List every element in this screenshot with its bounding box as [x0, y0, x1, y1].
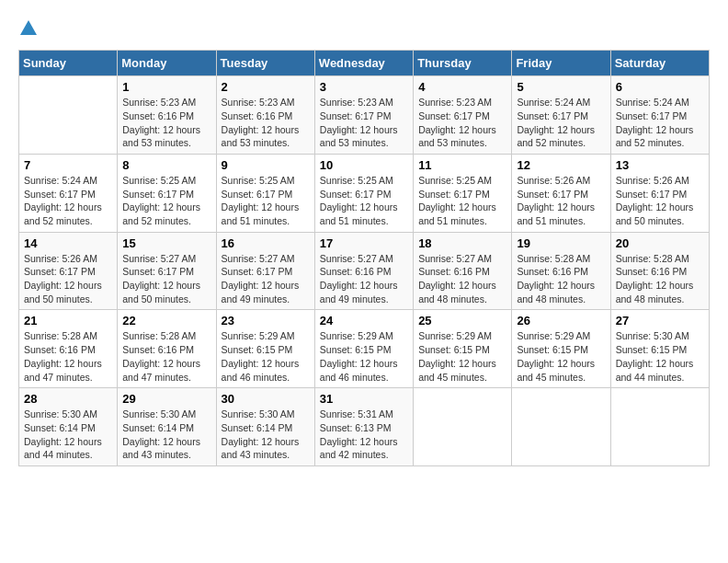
- calendar-cell: 20Sunrise: 5:28 AM Sunset: 6:16 PM Dayli…: [610, 232, 709, 310]
- day-info: Sunrise: 5:24 AM Sunset: 6:17 PM Dayligh…: [24, 174, 112, 228]
- day-number: 21: [24, 314, 112, 327]
- column-header-sunday: Sunday: [19, 51, 118, 76]
- calendar-cell: 11Sunrise: 5:25 AM Sunset: 6:17 PM Dayli…: [414, 154, 512, 232]
- calendar-week-row: 21Sunrise: 5:28 AM Sunset: 6:16 PM Dayli…: [19, 310, 710, 388]
- calendar-cell: 27Sunrise: 5:30 AM Sunset: 6:15 PM Dayli…: [610, 310, 709, 388]
- calendar-cell: 30Sunrise: 5:30 AM Sunset: 6:14 PM Dayli…: [216, 388, 314, 466]
- day-number: 10: [320, 158, 408, 172]
- calendar-table: SundayMondayTuesdayWednesdayThursdayFrid…: [18, 50, 710, 466]
- day-number: 17: [320, 236, 408, 250]
- logo-text: [18, 18, 37, 40]
- calendar-cell: 26Sunrise: 5:29 AM Sunset: 6:15 PM Dayli…: [512, 310, 610, 388]
- calendar-cell: 5Sunrise: 5:24 AM Sunset: 6:17 PM Daylig…: [512, 76, 610, 155]
- day-number: 27: [616, 314, 704, 327]
- day-info: Sunrise: 5:27 AM Sunset: 6:17 PM Dayligh…: [122, 252, 210, 306]
- column-header-tuesday: Tuesday: [216, 51, 314, 76]
- calendar-week-row: 7Sunrise: 5:24 AM Sunset: 6:17 PM Daylig…: [19, 154, 710, 232]
- calendar-cell: 29Sunrise: 5:30 AM Sunset: 6:14 PM Dayli…: [118, 388, 216, 466]
- column-header-wednesday: Wednesday: [314, 51, 413, 76]
- day-number: 11: [418, 158, 506, 172]
- calendar-cell: 18Sunrise: 5:27 AM Sunset: 6:16 PM Dayli…: [414, 232, 512, 310]
- calendar-cell: 9Sunrise: 5:25 AM Sunset: 6:17 PM Daylig…: [216, 154, 314, 232]
- calendar-cell: 16Sunrise: 5:27 AM Sunset: 6:17 PM Dayli…: [216, 232, 314, 310]
- day-number: 7: [24, 158, 112, 172]
- column-header-monday: Monday: [118, 51, 216, 76]
- day-info: Sunrise: 5:23 AM Sunset: 6:17 PM Dayligh…: [320, 96, 408, 150]
- day-number: 23: [222, 314, 310, 327]
- calendar-cell: 3Sunrise: 5:23 AM Sunset: 6:17 PM Daylig…: [314, 76, 413, 155]
- day-info: Sunrise: 5:25 AM Sunset: 6:17 PM Dayligh…: [320, 174, 408, 228]
- day-info: Sunrise: 5:25 AM Sunset: 6:17 PM Dayligh…: [122, 174, 210, 228]
- day-number: 2: [222, 80, 310, 94]
- calendar-cell: 13Sunrise: 5:26 AM Sunset: 6:17 PM Dayli…: [610, 154, 709, 232]
- day-info: Sunrise: 5:26 AM Sunset: 6:17 PM Dayligh…: [24, 252, 112, 306]
- day-number: 29: [122, 392, 210, 406]
- day-info: Sunrise: 5:24 AM Sunset: 6:17 PM Dayligh…: [517, 96, 605, 150]
- calendar-cell: [414, 388, 512, 466]
- day-info: Sunrise: 5:25 AM Sunset: 6:17 PM Dayligh…: [222, 174, 310, 228]
- calendar-cell: 25Sunrise: 5:29 AM Sunset: 6:15 PM Dayli…: [414, 310, 512, 388]
- day-info: Sunrise: 5:23 AM Sunset: 6:16 PM Dayligh…: [122, 96, 210, 150]
- day-info: Sunrise: 5:27 AM Sunset: 6:16 PM Dayligh…: [418, 252, 506, 306]
- page-header: [18, 18, 710, 40]
- calendar-cell: 21Sunrise: 5:28 AM Sunset: 6:16 PM Dayli…: [19, 310, 118, 388]
- day-number: 12: [517, 158, 605, 172]
- day-info: Sunrise: 5:26 AM Sunset: 6:17 PM Dayligh…: [616, 174, 704, 228]
- calendar-week-row: 28Sunrise: 5:30 AM Sunset: 6:14 PM Dayli…: [19, 388, 710, 466]
- day-info: Sunrise: 5:25 AM Sunset: 6:17 PM Dayligh…: [418, 174, 506, 228]
- calendar-cell: 22Sunrise: 5:28 AM Sunset: 6:16 PM Dayli…: [118, 310, 216, 388]
- day-info: Sunrise: 5:31 AM Sunset: 6:13 PM Dayligh…: [320, 408, 408, 462]
- day-number: 5: [517, 80, 605, 94]
- day-number: 14: [24, 236, 112, 250]
- calendar-cell: 19Sunrise: 5:28 AM Sunset: 6:16 PM Dayli…: [512, 232, 610, 310]
- day-number: 31: [320, 392, 408, 406]
- day-number: 24: [320, 314, 408, 327]
- calendar-cell: 15Sunrise: 5:27 AM Sunset: 6:17 PM Dayli…: [118, 232, 216, 310]
- day-info: Sunrise: 5:26 AM Sunset: 6:17 PM Dayligh…: [517, 174, 605, 228]
- day-info: Sunrise: 5:30 AM Sunset: 6:14 PM Dayligh…: [222, 408, 310, 462]
- calendar-cell: 24Sunrise: 5:29 AM Sunset: 6:15 PM Dayli…: [314, 310, 413, 388]
- calendar-cell: 8Sunrise: 5:25 AM Sunset: 6:17 PM Daylig…: [118, 154, 216, 232]
- day-info: Sunrise: 5:30 AM Sunset: 6:14 PM Dayligh…: [24, 408, 112, 462]
- day-info: Sunrise: 5:28 AM Sunset: 6:16 PM Dayligh…: [616, 252, 704, 306]
- logo: [18, 18, 37, 40]
- day-number: 6: [616, 80, 704, 94]
- day-info: Sunrise: 5:29 AM Sunset: 6:15 PM Dayligh…: [222, 329, 310, 384]
- calendar-cell: 17Sunrise: 5:27 AM Sunset: 6:16 PM Dayli…: [314, 232, 413, 310]
- day-number: 22: [122, 314, 210, 327]
- logo-triangle-icon: [20, 19, 37, 36]
- calendar-cell: 28Sunrise: 5:30 AM Sunset: 6:14 PM Dayli…: [19, 388, 118, 466]
- calendar-week-row: 14Sunrise: 5:26 AM Sunset: 6:17 PM Dayli…: [19, 232, 710, 310]
- day-number: 20: [616, 236, 704, 250]
- day-number: 16: [222, 236, 310, 250]
- day-number: 19: [517, 236, 605, 250]
- column-header-thursday: Thursday: [414, 51, 512, 76]
- calendar-header-row: SundayMondayTuesdayWednesdayThursdayFrid…: [19, 51, 710, 76]
- column-header-friday: Friday: [512, 51, 610, 76]
- day-number: 4: [418, 80, 506, 94]
- calendar-cell: 4Sunrise: 5:23 AM Sunset: 6:17 PM Daylig…: [414, 76, 512, 155]
- svg-marker-0: [20, 20, 37, 35]
- calendar-cell: 14Sunrise: 5:26 AM Sunset: 6:17 PM Dayli…: [19, 232, 118, 310]
- day-number: 3: [320, 80, 408, 94]
- day-info: Sunrise: 5:30 AM Sunset: 6:15 PM Dayligh…: [616, 329, 704, 384]
- day-number: 8: [122, 158, 210, 172]
- day-number: 1: [122, 80, 210, 94]
- calendar-cell: [610, 388, 709, 466]
- calendar-cell: 12Sunrise: 5:26 AM Sunset: 6:17 PM Dayli…: [512, 154, 610, 232]
- day-number: 26: [517, 314, 605, 327]
- day-info: Sunrise: 5:28 AM Sunset: 6:16 PM Dayligh…: [24, 329, 112, 384]
- calendar-cell: 6Sunrise: 5:24 AM Sunset: 6:17 PM Daylig…: [610, 76, 709, 155]
- day-info: Sunrise: 5:30 AM Sunset: 6:14 PM Dayligh…: [122, 408, 210, 462]
- day-info: Sunrise: 5:23 AM Sunset: 6:17 PM Dayligh…: [418, 96, 506, 150]
- calendar-cell: 31Sunrise: 5:31 AM Sunset: 6:13 PM Dayli…: [314, 388, 413, 466]
- day-number: 18: [418, 236, 506, 250]
- day-info: Sunrise: 5:29 AM Sunset: 6:15 PM Dayligh…: [418, 329, 506, 384]
- day-number: 15: [122, 236, 210, 250]
- calendar-cell: 10Sunrise: 5:25 AM Sunset: 6:17 PM Dayli…: [314, 154, 413, 232]
- day-info: Sunrise: 5:23 AM Sunset: 6:16 PM Dayligh…: [222, 96, 310, 150]
- day-info: Sunrise: 5:27 AM Sunset: 6:17 PM Dayligh…: [222, 252, 310, 306]
- day-info: Sunrise: 5:29 AM Sunset: 6:15 PM Dayligh…: [517, 329, 605, 384]
- calendar-cell: [19, 76, 118, 155]
- calendar-cell: [512, 388, 610, 466]
